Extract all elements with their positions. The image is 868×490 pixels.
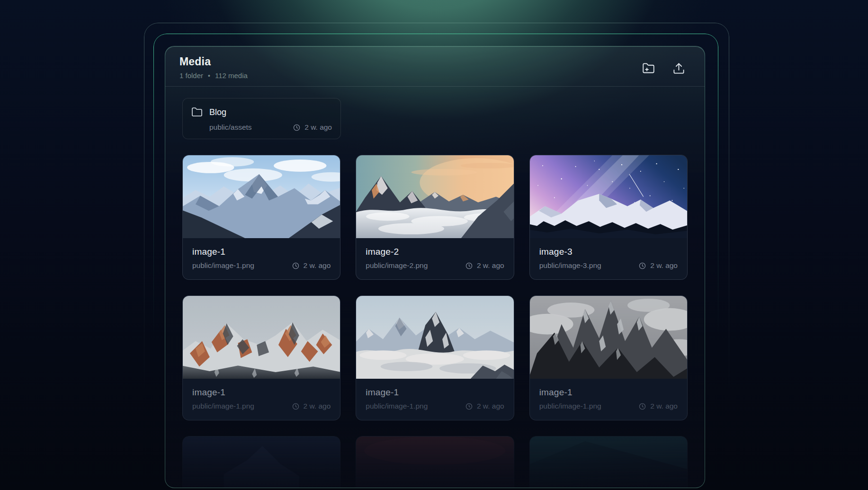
media-path: public/image-1.png <box>366 402 428 410</box>
panel-body: Blog public/assets 2 w. ago <box>165 87 705 488</box>
media-path: public/image-1.png <box>539 402 601 410</box>
media-card-2[interactable]: image-2 public/image-2.png 2 w. ago <box>356 155 514 280</box>
media-name: image-2 <box>366 247 504 257</box>
folder-name: Blog <box>209 107 226 117</box>
media-name: image-1 <box>539 387 678 398</box>
folder-card-header: Blog <box>191 107 332 118</box>
media-name: image-1 <box>366 387 504 398</box>
folder-modified: 2 w. ago <box>293 123 332 132</box>
folder-card-details: public/assets 2 w. ago <box>191 123 332 132</box>
folder-icon <box>191 107 203 118</box>
thumbnail-alpenglow-ridge <box>183 296 340 379</box>
clock-icon <box>292 262 300 270</box>
media-path: public/image-1.png <box>192 261 254 270</box>
media-card-3[interactable]: image-3 public/image-3.png 2 w. ago <box>529 155 688 280</box>
clock-icon <box>638 402 646 410</box>
media-name: image-1 <box>192 247 331 257</box>
clock-icon <box>292 402 300 410</box>
media-caption: image-1 public/image-1.png 2 w. ago <box>530 379 687 420</box>
media-name: image-3 <box>539 247 678 257</box>
media-caption: image-1 public/image-1.png 2 w. ago <box>356 379 513 420</box>
media-caption: image-1 public/image-1.png 2 w. ago <box>183 379 340 420</box>
media-path: public/image-1.png <box>192 402 254 410</box>
thumbnail-bw-spires <box>530 296 687 379</box>
thumbnail-faded-teal <box>530 437 687 488</box>
clock-icon <box>465 402 473 410</box>
clock-icon <box>638 262 646 270</box>
thumbnail-peak-in-clouds <box>356 296 513 379</box>
media-card-partial-3[interactable] <box>529 436 688 488</box>
clock-icon <box>465 262 473 270</box>
header-actions <box>641 61 686 75</box>
folder-card-blog[interactable]: Blog public/assets 2 w. ago <box>182 98 341 139</box>
media-card-6[interactable]: image-1 public/image-1.png 2 w. ago <box>529 295 688 420</box>
media-caption: image-1 public/image-1.png 2 w. ago <box>183 238 340 279</box>
header-text: Media 1 folder • 112 media <box>179 55 248 80</box>
media-grid: image-1 public/image-1.png 2 w. ago <box>182 155 688 488</box>
page-title: Media <box>179 55 248 68</box>
media-modified: 2 w. ago <box>465 261 504 270</box>
media-card-partial-2[interactable] <box>356 436 514 488</box>
thumbnail-snow-peaks <box>183 155 340 238</box>
media-modified: 2 w. ago <box>292 402 331 410</box>
media-path: public/image-2.png <box>366 261 428 270</box>
upload-button[interactable] <box>671 61 686 75</box>
media-modified: 2 w. ago <box>465 402 504 410</box>
thumbnail-sunset-clouds <box>356 155 513 238</box>
media-card-1[interactable]: image-1 public/image-1.png 2 w. ago <box>182 155 340 280</box>
media-modified: 2 w. ago <box>292 261 331 270</box>
media-modified: 2 w. ago <box>638 402 678 410</box>
media-name: image-1 <box>192 387 331 398</box>
media-card-partial-1[interactable] <box>182 436 340 488</box>
media-caption: image-2 public/image-2.png 2 w. ago <box>356 238 513 279</box>
new-folder-button[interactable] <box>641 61 655 75</box>
media-library-panel: Media 1 folder • 112 media <box>165 46 705 488</box>
thumbnail-faded-silhouette <box>183 437 340 488</box>
media-modified: 2 w. ago <box>638 261 678 270</box>
folder-path: public/assets <box>209 123 252 132</box>
dot-separator: • <box>208 72 210 80</box>
folder-count: 1 folder <box>179 71 203 80</box>
library-stats: 1 folder • 112 media <box>179 71 248 80</box>
clock-icon <box>293 124 301 132</box>
thumbnail-milky-way <box>530 155 687 238</box>
media-card-5[interactable]: image-1 public/image-1.png 2 w. ago <box>356 295 514 420</box>
panel-header: Media 1 folder • 112 media <box>165 46 705 87</box>
thumbnail-faded-red <box>356 437 513 488</box>
media-caption: image-3 public/image-3.png 2 w. ago <box>530 238 687 279</box>
upload-icon <box>672 62 685 75</box>
media-path: public/image-3.png <box>539 261 601 270</box>
folder-plus-icon <box>642 62 655 75</box>
media-count: 112 media <box>215 71 248 80</box>
media-card-4[interactable]: image-1 public/image-1.png 2 w. ago <box>182 295 340 420</box>
